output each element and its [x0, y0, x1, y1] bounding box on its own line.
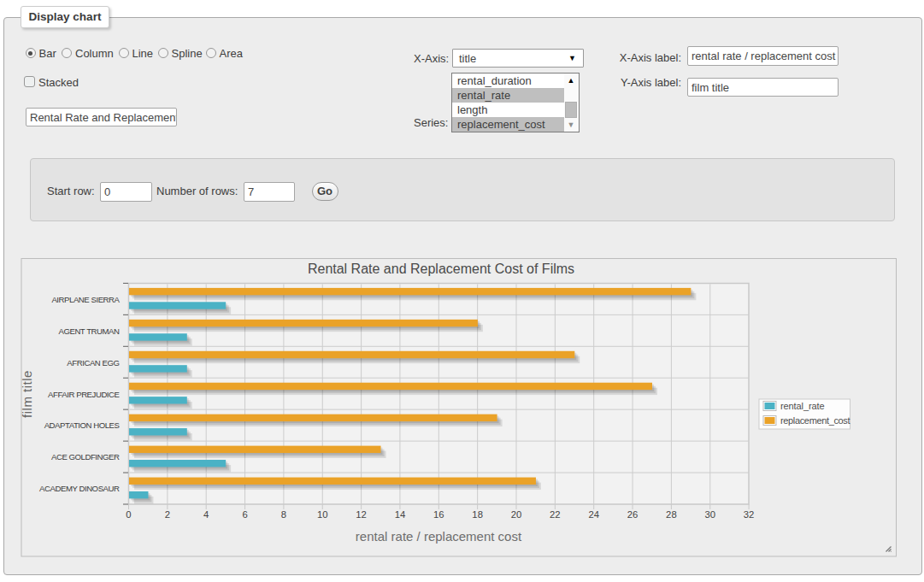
- svg-text:2: 2: [165, 509, 170, 520]
- svg-text:8: 8: [281, 509, 286, 520]
- svg-text:rental rate / replacement cost: rental rate / replacement cost: [356, 529, 522, 544]
- svg-text:rental_rate: rental_rate: [780, 401, 825, 411]
- svg-text:18: 18: [472, 509, 483, 520]
- svg-text:ACADEMY DINOSAUR: ACADEMY DINOSAUR: [39, 484, 120, 493]
- svg-text:ADAPTATION HOLES: ADAPTATION HOLES: [44, 420, 120, 430]
- svg-text:ACE GOLDFINGER: ACE GOLDFINGER: [51, 452, 120, 461]
- svg-text:24: 24: [588, 509, 599, 520]
- svg-text:14: 14: [395, 509, 406, 520]
- svg-text:26: 26: [627, 509, 639, 520]
- svg-text:0: 0: [126, 509, 131, 520]
- svg-text:AIRPLANE SIERRA: AIRPLANE SIERRA: [51, 295, 120, 304]
- svg-text:film title: film title: [20, 370, 34, 418]
- svg-text:10: 10: [317, 509, 328, 520]
- svg-text:6: 6: [242, 509, 247, 520]
- svg-text:28: 28: [666, 509, 677, 520]
- svg-text:AFRICAN EGG: AFRICAN EGG: [67, 358, 119, 367]
- svg-text:Rental Rate and Replacement Co: Rental Rate and Replacement Cost of Film…: [308, 262, 574, 276]
- svg-text:12: 12: [356, 509, 367, 520]
- svg-text:AFFAIR PREJUDICE: AFFAIR PREJUDICE: [48, 390, 119, 399]
- svg-text:30: 30: [704, 509, 715, 520]
- svg-text:22: 22: [550, 509, 561, 520]
- svg-text:replacement_cost: replacement_cost: [780, 415, 850, 426]
- svg-text:AGENT TRUMAN: AGENT TRUMAN: [58, 326, 120, 336]
- svg-text:4: 4: [203, 509, 209, 520]
- svg-text:20: 20: [511, 509, 522, 520]
- svg-text:32: 32: [744, 509, 755, 520]
- svg-text:16: 16: [433, 509, 444, 520]
